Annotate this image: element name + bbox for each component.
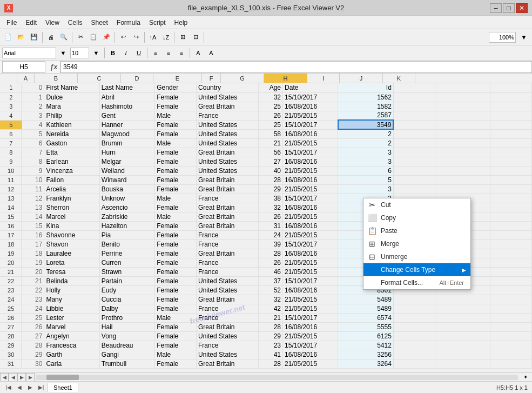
cell-i[interactable] [393, 157, 435, 166]
cell-j[interactable] [435, 102, 490, 111]
cell-j[interactable] [435, 331, 490, 341]
cell-c[interactable]: Brumm [99, 138, 154, 148]
sheet-nav-next[interactable]: ▶ [26, 383, 35, 392]
save-btn[interactable]: 💾 [28, 31, 40, 43]
cell-g[interactable]: 21/05/2015 [283, 295, 338, 304]
cell-a[interactable]: 27 [22, 331, 44, 341]
maximize-button[interactable]: □ [503, 3, 515, 13]
cell-d[interactable]: Male [155, 313, 197, 322]
cell-c[interactable]: Curren [99, 258, 154, 267]
cell-k[interactable] [490, 148, 532, 157]
cell-f[interactable]: 40 [259, 166, 283, 175]
cell-c[interactable]: Beaudreau [99, 341, 154, 350]
cell-e[interactable]: United States [197, 120, 259, 129]
cell-k[interactable] [490, 331, 532, 341]
col-header-i[interactable]: I [307, 74, 340, 83]
cell-c[interactable]: Trumbull [99, 359, 154, 368]
sheet-nav-last[interactable]: ▶| [37, 383, 45, 392]
row-number[interactable]: 13 [0, 194, 22, 203]
cell-d[interactable]: Male [155, 194, 197, 203]
cell-b[interactable]: Teresa [44, 267, 99, 276]
cell-g[interactable]: 21/05/2015 [283, 258, 338, 267]
cell-a[interactable]: 0 [22, 83, 44, 92]
cell-g[interactable]: 21/05/2015 [283, 331, 338, 341]
font-name-input[interactable] [2, 48, 56, 58]
cell-f[interactable]: 26 [259, 212, 283, 221]
cell-i[interactable] [393, 184, 435, 194]
row-number[interactable]: 25 [0, 304, 22, 313]
cell-k[interactable] [490, 212, 532, 221]
cell-b[interactable]: Lester [44, 313, 99, 322]
cell-d[interactable]: Female [155, 102, 197, 111]
zoom-dropdown[interactable]: ▼ [518, 31, 530, 43]
row-number[interactable]: 2 [0, 92, 22, 102]
cell-g[interactable]: 21/05/2015 [283, 111, 338, 120]
cell-c[interactable]: Pia [99, 230, 154, 239]
cell-j[interactable] [435, 341, 490, 350]
row-number[interactable]: 14 [0, 203, 22, 212]
row-number[interactable]: 26 [0, 313, 22, 322]
cell-h[interactable]: 6574 [338, 313, 393, 322]
close-button[interactable]: ✕ [516, 3, 528, 13]
col-header-f[interactable]: F [202, 74, 221, 83]
cell-g[interactable]: 21/05/2015 [283, 166, 338, 175]
sheet-nav-first[interactable]: |◀ [4, 383, 13, 392]
horizontal-scrollbar[interactable]: ◀ ◀ ▶ ▶ ✦ [0, 372, 532, 381]
cell-b[interactable]: Etta [44, 148, 99, 157]
italic-btn[interactable]: I [120, 47, 132, 59]
cell-j[interactable] [435, 322, 490, 331]
cell-h[interactable]: 3549 [338, 120, 393, 129]
menu-item-sheet[interactable]: Sheet [87, 18, 112, 28]
cell-i[interactable] [393, 148, 435, 157]
cell-g[interactable]: 15/10/2017 [283, 148, 338, 157]
cell-a[interactable]: 14 [22, 212, 44, 221]
cell-e[interactable]: France [197, 304, 259, 313]
cell-reference-input[interactable] [2, 61, 45, 73]
row-number[interactable]: 28 [0, 331, 22, 341]
cell-d[interactable]: Female [155, 267, 197, 276]
cell-g[interactable]: 16/08/2016 [283, 203, 338, 212]
cell-a[interactable]: 2 [22, 102, 44, 111]
cell-a[interactable]: 21 [22, 276, 44, 285]
cell-j[interactable] [435, 304, 490, 313]
cell-g[interactable]: 15/10/2017 [283, 313, 338, 322]
cell-e[interactable]: Great Britain [197, 212, 259, 221]
cell-f[interactable]: 21 [259, 138, 283, 148]
col-header-b[interactable]: B [35, 74, 78, 83]
cell-b[interactable]: Fallon [44, 175, 99, 184]
cell-e[interactable]: Great Britain [197, 221, 259, 230]
cell-f[interactable]: 52 [259, 285, 283, 295]
cell-c[interactable]: Zabriskie [99, 212, 154, 221]
cell-b[interactable]: Marcel [44, 212, 99, 221]
row-number[interactable]: 19 [0, 249, 22, 258]
cell-k[interactable] [490, 120, 532, 129]
cell-k[interactable] [490, 194, 532, 203]
minimize-button[interactable]: – [490, 3, 502, 13]
cell-c[interactable]: Cuccia [99, 295, 154, 304]
cell-b[interactable]: Kina [44, 221, 99, 230]
cell-d[interactable]: Female [155, 249, 197, 258]
cell-e[interactable]: France [197, 341, 259, 350]
cell-d[interactable]: Female [155, 285, 197, 295]
align-left-btn[interactable]: ≡ [150, 47, 161, 59]
col-header-d[interactable]: D [121, 74, 153, 83]
cell-b[interactable]: Arcelia [44, 184, 99, 194]
cell-e[interactable]: United States [197, 166, 259, 175]
cell-i[interactable] [393, 331, 435, 341]
row-number[interactable]: 16 [0, 221, 22, 230]
cell-h[interactable]: 1562 [338, 92, 393, 102]
cell-a[interactable]: 16 [22, 230, 44, 239]
cell-f[interactable]: 25 [259, 120, 283, 129]
col-header-h[interactable]: H [264, 74, 307, 83]
cell-b[interactable]: Shavon [44, 239, 99, 249]
cell-g[interactable]: 21/05/2015 [283, 359, 338, 368]
ctx-format-cells[interactable]: Format Cells... Alt+Enter [363, 276, 470, 289]
cell-j[interactable] [435, 313, 490, 322]
cell-j[interactable] [435, 175, 490, 184]
row-number[interactable]: 31 [0, 359, 22, 368]
ctx-copy[interactable]: ⬜ Copy [363, 211, 470, 224]
cell-h[interactable]: Id [338, 83, 393, 92]
cell-d[interactable]: Female [155, 157, 197, 166]
cell-h[interactable]: 3256 [338, 350, 393, 359]
cell-b[interactable]: Earlean [44, 157, 99, 166]
